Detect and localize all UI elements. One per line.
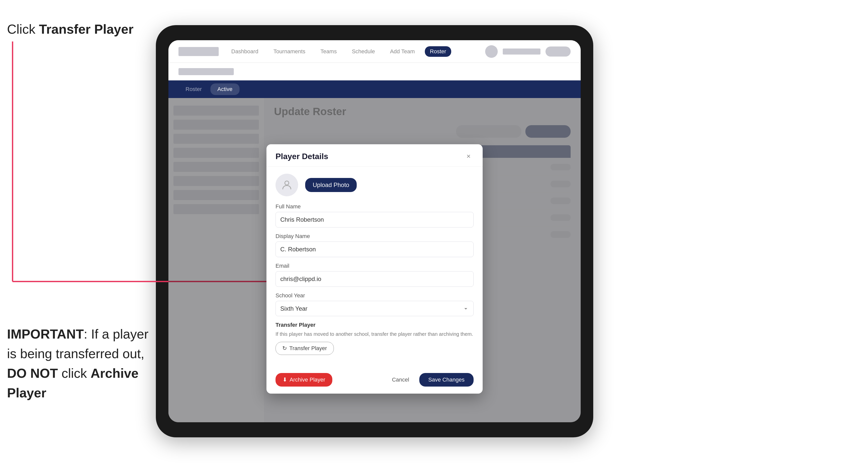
player-details-modal: Player Details ×	[267, 144, 483, 394]
upload-photo-button[interactable]: Upload Photo	[305, 178, 357, 192]
school-year-label: School Year	[276, 292, 473, 299]
nav-dashboard[interactable]: Dashboard	[226, 46, 264, 57]
nav-teams[interactable]: Teams	[315, 46, 342, 57]
tab-active[interactable]: Active	[210, 84, 240, 95]
important-label: IMPORTANT	[7, 327, 84, 341]
school-year-group: School Year First Year Second Year Third…	[276, 292, 473, 316]
instruction-top: Click Transfer Player	[7, 20, 133, 38]
full-name-input[interactable]	[276, 212, 473, 227]
archive-icon: ⬇	[283, 376, 287, 383]
nav-schedule[interactable]: Schedule	[347, 46, 380, 57]
club-name-placeholder	[179, 68, 234, 75]
avatar-circle	[276, 174, 298, 196]
instruction-bottom: IMPORTANT: If a player is being transfer…	[7, 324, 153, 403]
app-logo	[179, 47, 219, 56]
display-name-input[interactable]	[276, 242, 473, 257]
user-name-placeholder	[503, 49, 540, 55]
modal-title: Player Details	[276, 152, 328, 161]
avatar-upload-row: Upload Photo	[276, 174, 473, 196]
archive-player-button[interactable]: ⬇ Archive Player	[276, 373, 332, 386]
svg-point-3	[285, 181, 289, 185]
save-changes-button[interactable]: Save Changes	[419, 373, 473, 386]
app-bar-right	[485, 45, 570, 58]
email-input[interactable]	[276, 271, 473, 287]
nav-items: Dashboard Tournaments Teams Schedule Add…	[226, 46, 477, 57]
email-group: Email	[276, 263, 473, 287]
display-name-group: Display Name	[276, 233, 473, 257]
full-name-group: Full Name	[276, 203, 473, 227]
nav-add-team[interactable]: Add Team	[385, 46, 420, 57]
nav-roster[interactable]: Roster	[425, 46, 451, 57]
nav-tournaments[interactable]: Tournaments	[269, 46, 310, 57]
cancel-button[interactable]: Cancel	[387, 373, 414, 386]
instruction-prefix: Click	[7, 22, 39, 36]
instruction-bold: Transfer Player	[39, 22, 133, 36]
display-name-label: Display Name	[276, 233, 473, 240]
modal-overlay: Player Details ×	[168, 98, 581, 422]
transfer-icon: ↻	[282, 345, 287, 352]
transfer-section-desc: If this player has moved to another scho…	[276, 330, 473, 338]
transfer-btn-label: Transfer Player	[289, 345, 327, 352]
modal-body: Upload Photo Full Name Display Name	[267, 167, 483, 368]
transfer-player-button[interactable]: ↻ Transfer Player	[276, 342, 334, 355]
user-avatar	[485, 45, 498, 58]
email-label: Email	[276, 263, 473, 269]
transfer-player-section: Transfer Player If this player has moved…	[276, 322, 473, 355]
person-icon	[281, 179, 293, 191]
tablet-device: Dashboard Tournaments Teams Schedule Add…	[156, 25, 593, 437]
modal-footer: ⬇ Archive Player Cancel Save Changes	[267, 368, 483, 394]
tablet-screen: Dashboard Tournaments Teams Schedule Add…	[168, 40, 581, 422]
modal-close-button[interactable]: ×	[464, 151, 473, 161]
modal-header: Player Details ×	[267, 144, 483, 167]
tab-strip: Roster Active	[168, 81, 581, 98]
sub-bar	[168, 63, 581, 81]
content-area: Update Roster	[168, 98, 581, 422]
tab-roster[interactable]: Roster	[179, 84, 209, 95]
school-year-select[interactable]: First Year Second Year Third Year Fourth…	[276, 301, 473, 316]
full-name-label: Full Name	[276, 203, 473, 210]
archive-btn-label: Archive Player	[289, 376, 325, 383]
app-bar: Dashboard Tournaments Teams Schedule Add…	[168, 40, 581, 63]
header-btn-placeholder	[546, 46, 570, 57]
transfer-section-title: Transfer Player	[276, 322, 473, 328]
